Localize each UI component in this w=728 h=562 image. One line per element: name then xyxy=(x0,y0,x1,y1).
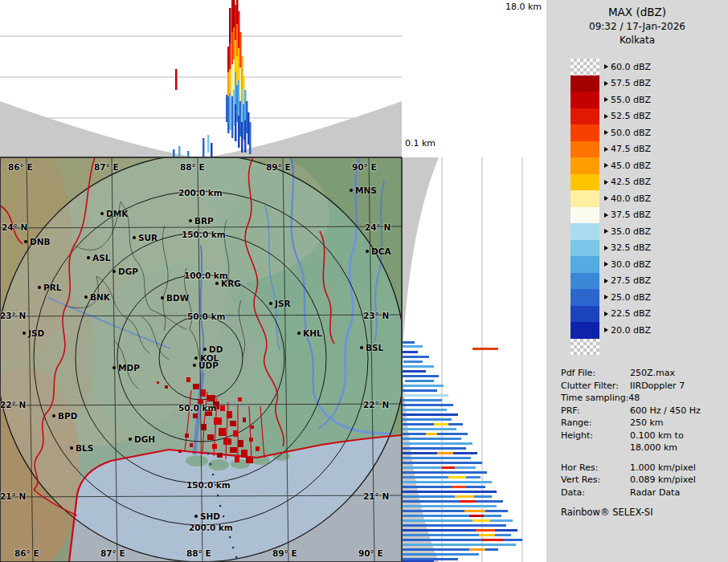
echo-cell xyxy=(219,505,221,507)
echo-cell xyxy=(241,450,247,458)
echo-cell xyxy=(207,395,215,401)
echo-cell xyxy=(232,547,234,548)
scale-tick-arrow-icon xyxy=(604,328,608,332)
scale-label: 25.0 dBZ xyxy=(604,292,651,303)
info-label: Hor Res: xyxy=(561,462,630,474)
scale-swatch xyxy=(571,59,599,75)
scale-label: 30.0 dBZ xyxy=(604,259,651,270)
height-axis-corner: 18.0 km 0.1 km xyxy=(402,0,546,157)
echo-cell xyxy=(402,486,485,488)
scale-swatch xyxy=(571,306,599,323)
scale-row: 37.5 dBZ xyxy=(571,207,699,224)
color-scale: 60.0 dBZ57.5 dBZ55.0 dBZ52.5 dBZ50.0 dBZ… xyxy=(571,59,699,355)
scale-tick-arrow-icon xyxy=(604,180,608,185)
info-value: 250 km xyxy=(630,417,664,430)
echo-cell xyxy=(402,394,448,397)
scale-tick-arrow-icon xyxy=(604,246,608,250)
echo-cell xyxy=(185,434,189,438)
scale-label: 37.5 dBZ xyxy=(604,210,651,220)
echo-cell xyxy=(207,434,214,440)
scale-swatch xyxy=(571,190,599,207)
echo-cell xyxy=(402,476,481,479)
ns-height-projection-panel[interactable] xyxy=(402,157,546,562)
echo-cell xyxy=(464,510,485,512)
height-max-label: 18.0 km xyxy=(505,2,542,12)
info-row: Pdf File:250Z.max xyxy=(561,367,728,380)
echo-cell xyxy=(448,476,466,479)
echo-cell xyxy=(402,524,506,527)
echo-cell xyxy=(213,401,219,409)
echo-cell xyxy=(469,515,484,517)
echo-cell xyxy=(249,122,252,154)
echo-cell xyxy=(455,495,474,498)
echo-cell xyxy=(165,385,168,389)
scale-tick-arrow-icon xyxy=(604,213,608,218)
echo-cell xyxy=(219,428,226,436)
echo-cell xyxy=(402,409,447,411)
echo-cell xyxy=(220,405,225,411)
scale-row: 42.5 dBZ xyxy=(571,174,699,191)
echo-cell xyxy=(229,69,231,93)
echo-cell xyxy=(212,474,214,475)
info-row xyxy=(561,454,728,462)
echo-cell xyxy=(402,385,444,387)
echo-cell xyxy=(230,421,236,426)
echo-cell xyxy=(249,438,253,442)
scale-tick-arrow-icon xyxy=(604,295,608,299)
info-row: PRF:600 Hz / 450 Hz xyxy=(561,405,728,417)
info-row: Range:250 km xyxy=(561,417,728,430)
echo-cell xyxy=(402,413,458,416)
echo-cell xyxy=(256,446,260,451)
map-panel[interactable]: 86° E87° E88° E89° E90° E86° E87° E88° E… xyxy=(0,157,402,562)
echo-cell xyxy=(402,356,429,358)
info-label: Pdf File: xyxy=(561,367,630,380)
echo-cell xyxy=(402,345,423,348)
scale-label: 50.0 dBZ xyxy=(604,128,651,138)
echo-cell xyxy=(230,447,237,453)
echo-cell xyxy=(187,151,190,157)
echo-cell xyxy=(229,536,231,538)
info-label: Vert Res: xyxy=(561,474,630,487)
scale-label: 42.5 dBZ xyxy=(604,177,651,187)
scale-label: 52.5 dBZ xyxy=(604,111,651,121)
echo-cell xyxy=(243,417,246,422)
scale-row: 35.0 dBZ xyxy=(571,223,699,240)
echo-cell xyxy=(402,466,476,469)
info-label xyxy=(561,454,630,462)
scale-swatch xyxy=(571,339,599,356)
echo-cell xyxy=(223,438,231,445)
echo-cell xyxy=(173,149,175,157)
echo-cell xyxy=(405,380,434,382)
echo-cell xyxy=(226,526,227,527)
scale-tick-arrow-icon xyxy=(604,64,608,69)
echo-cell xyxy=(229,93,231,130)
scale-label: 35.0 dBZ xyxy=(604,226,651,237)
echo-cell xyxy=(472,519,490,522)
scale-swatch xyxy=(571,174,599,191)
echo-cell xyxy=(178,450,182,453)
echo-cell xyxy=(207,453,209,454)
echo-cell xyxy=(402,365,434,368)
echo-cell xyxy=(201,389,206,397)
echo-cell xyxy=(402,418,452,421)
echo-cell xyxy=(229,8,231,43)
echo-cell xyxy=(402,447,466,450)
echo-cell xyxy=(402,462,482,464)
info-row: Time sampling:48 xyxy=(561,392,728,405)
echo-cell xyxy=(223,515,224,517)
radar-coverage-tint xyxy=(0,157,402,562)
scale-swatch xyxy=(571,273,599,290)
scale-label: 60.0 dBZ xyxy=(604,62,651,72)
scale-row: 45.0 dBZ xyxy=(571,157,699,174)
legend-datetime: 09:32 / 17-Jan-2026 xyxy=(546,20,728,34)
echo-cell xyxy=(238,397,242,401)
info-label: Data: xyxy=(561,487,630,499)
info-row: Data:Radar Data xyxy=(561,487,728,499)
scale-tick-arrow-icon xyxy=(604,81,608,86)
scale-label: 55.0 dBZ xyxy=(604,95,651,105)
ew-height-projection-panel[interactable] xyxy=(0,0,402,157)
height-min-label: 0.1 km xyxy=(405,138,436,149)
echo-cell xyxy=(403,360,423,363)
scale-swatch xyxy=(571,75,599,92)
scale-label: 40.0 dBZ xyxy=(604,193,651,204)
